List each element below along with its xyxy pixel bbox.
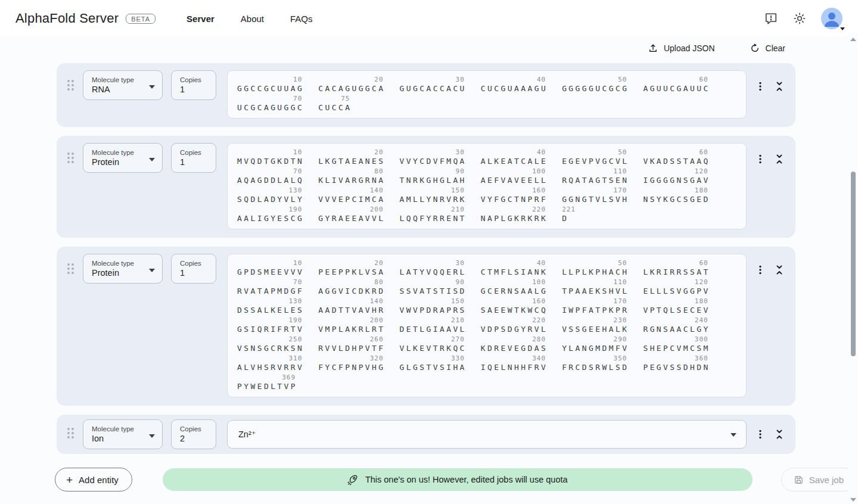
sequence-group: 210DETLGIAAVL (400, 317, 467, 334)
sequence-group: 30LATYVQQERL (400, 260, 467, 277)
collapse-button[interactable] (773, 153, 786, 166)
theme-toggle-icon[interactable] (792, 11, 807, 26)
avatar[interactable] (821, 8, 843, 29)
sequence-box[interactable]: 10MVQDTGKDTN20LKGTAEANES30VVYCDVFMQA40AL… (227, 143, 747, 229)
collapse-button[interactable] (773, 263, 786, 276)
residue-letters: VDPSDGYRVL (481, 324, 548, 334)
kebab-menu-button[interactable] (754, 80, 767, 93)
sequence-group: 10MVQDTGKDTN (237, 149, 304, 166)
ion-value: Zn²⁺ (238, 430, 256, 439)
residue-letters: RVATAPMDGF (237, 286, 304, 296)
residue-number: 80 (318, 279, 385, 286)
drag-handle[interactable] (67, 263, 76, 274)
residue-letters: GGNGTVLSVH (562, 194, 629, 204)
residue-letters: AGUUCGAUUC (643, 83, 710, 94)
residue-number: 60 (643, 260, 710, 267)
drag-handle[interactable] (67, 428, 76, 438)
rocket-icon (347, 474, 359, 486)
residue-number: 140 (318, 187, 385, 194)
residue-number: 30 (400, 149, 467, 156)
copies-value: 2 (180, 434, 209, 443)
job-toolbar: Upload JSON Clear (0, 37, 858, 60)
residue-letters: GYRAEEAVVL (318, 213, 385, 223)
copies-label: Copies (180, 425, 209, 433)
residue-letters: VVYCDVFMQA (400, 156, 467, 166)
copies-value: 1 (180, 157, 209, 167)
sequence-group: 10GPDSMEEVVV (237, 260, 304, 277)
residue-number: 70 (237, 95, 304, 102)
residue-number: 20 (318, 149, 385, 156)
sequence-group: 320FYCFPNPVHG (318, 355, 385, 372)
molecule-type-value: Ion (92, 434, 155, 443)
residue-letters: LKGTAEANES (318, 156, 385, 166)
add-entity-button[interactable]: + Add entity (55, 468, 132, 491)
dropdown-arrow-icon (149, 434, 155, 438)
residue-number: 50 (562, 260, 629, 267)
residue-number: 330 (400, 355, 467, 362)
molecule-type-value: RNA (92, 85, 155, 94)
nav-about[interactable]: About (241, 14, 264, 24)
residue-number: 180 (643, 298, 710, 305)
residue-number: 20 (318, 260, 385, 267)
sequence-group: 360PEGVSSDHDN (643, 355, 710, 372)
quota-banner: This one's on us! However, edited jobs w… (163, 468, 753, 491)
residue-number: 140 (318, 298, 385, 305)
dropdown-arrow-icon (149, 85, 155, 89)
entity-card: Molecule type RNA Copies 1 10GGCCGCUUAG2… (57, 63, 795, 127)
molecule-type-value: Protein (92, 157, 155, 167)
sequence-group: 190GSIQRIFRTV (237, 317, 304, 334)
nav-server[interactable]: Server (186, 14, 214, 24)
sequence-group: 369PYWEDLTVP (237, 374, 297, 391)
molecule-type-select[interactable]: Molecule type Ion (83, 419, 163, 449)
clear-button[interactable]: Clear (750, 43, 785, 54)
feedback-icon[interactable] (764, 11, 778, 26)
sequence-box[interactable]: 10GPDSMEEVVV20PEEPPKLVSA30LATYVQQERL40CT… (227, 254, 747, 397)
residue-number: 40 (481, 149, 548, 156)
residue-number: 170 (562, 298, 629, 305)
sequence-group: 220NAPLGKRKRK (481, 206, 548, 223)
residue-letters: ALVHSRVRRV (237, 362, 304, 372)
scrollbar-up-arrow-icon[interactable] (850, 38, 856, 41)
upload-json-button[interactable]: Upload JSON (648, 43, 715, 54)
copies-label: Copies (180, 260, 209, 267)
molecule-type-select[interactable]: Molecule type Protein (83, 143, 163, 173)
molecule-type-label: Molecule type (92, 76, 155, 83)
kebab-menu-button[interactable] (754, 153, 767, 166)
ion-select[interactable]: Zn²⁺ (227, 420, 747, 449)
residue-number: 10 (237, 149, 304, 156)
collapse-button[interactable] (773, 428, 786, 441)
drag-handle[interactable] (67, 153, 76, 163)
sequence-group: 120ELLLSVGGPV (643, 279, 710, 296)
residue-letters: VPTQLSECEV (643, 305, 710, 315)
sequence-group: 230VSSGEEHALK (562, 317, 629, 334)
sequence-group: 200VMPLAKRLRT (318, 317, 385, 334)
molecule-type-select[interactable]: Molecule type RNA (83, 70, 163, 100)
kebab-menu-button[interactable] (754, 428, 767, 441)
scrollbar-thumb[interactable] (851, 172, 856, 356)
residue-number: 150 (400, 187, 467, 194)
dropdown-arrow-icon (149, 158, 155, 161)
sequence-box[interactable]: 10GGCCGCUUAG20CACAGUGGCA30GUGCACCACU40CU… (227, 70, 747, 119)
sequence-group: 270VLKEVTRKQC (400, 336, 467, 353)
copies-input[interactable]: Copies 1 (171, 143, 216, 173)
save-job-button[interactable]: Save job (781, 468, 856, 491)
nav-faqs[interactable]: FAQs (290, 14, 313, 24)
copies-label: Copies (180, 76, 209, 83)
scrollbar-down-arrow-icon[interactable] (850, 498, 856, 502)
copies-input[interactable]: Copies 1 (171, 70, 216, 100)
sequence-group: 60LKRIRRSSAT (643, 260, 710, 277)
sequence-group: 30VVYCDVFMQA (400, 149, 467, 166)
copies-input[interactable]: Copies 1 (171, 254, 216, 284)
upload-icon (648, 43, 658, 54)
copies-input[interactable]: Copies 2 (171, 419, 216, 449)
drag-handle[interactable] (67, 80, 76, 91)
collapse-button[interactable] (773, 80, 786, 93)
kebab-menu-button[interactable] (754, 263, 767, 276)
molecule-type-select[interactable]: Molecule type Protein (83, 254, 163, 284)
residue-number: 120 (643, 279, 710, 286)
residue-letters: DSSALKELES (237, 305, 304, 315)
residue-number: 150 (400, 298, 467, 305)
residue-number: 60 (643, 76, 710, 83)
sequence-group: 20CACAGUGGCA (318, 76, 385, 94)
sequence-group: 290YLANGMDMFV (562, 336, 629, 353)
